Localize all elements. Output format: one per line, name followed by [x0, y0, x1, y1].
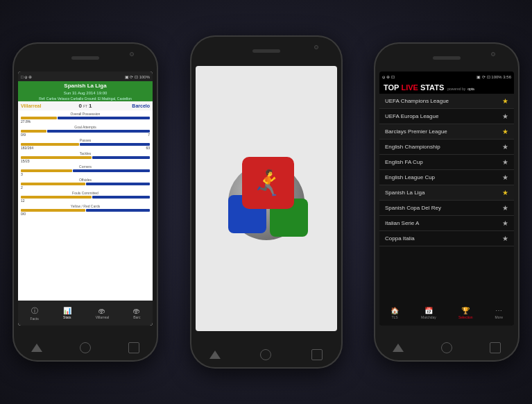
- nav-icon: 🏟: [133, 307, 140, 314]
- right-nav-item-selection[interactable]: 🏆 Selection: [458, 307, 473, 319]
- left-score-row: Villarreal 0 FT 1 Barcelo: [18, 101, 153, 110]
- league-item[interactable]: Spanish La Liga ★: [379, 185, 514, 201]
- tls-header: TOP LIVE STATS powered by opta: [379, 81, 514, 94]
- star-icon[interactable]: ★: [502, 174, 508, 181]
- score-mid: 0 FT 1: [79, 103, 92, 109]
- league-name: UEFA Champions League: [385, 98, 449, 104]
- left-phone-speaker: [71, 56, 99, 60]
- left-match-ref: Ref: Carlos Velasco Carballo Ground: El …: [18, 96, 153, 101]
- back-button[interactable]: [31, 344, 42, 352]
- stat-label: Fouls Committed: [21, 191, 150, 195]
- stat-vals: 0/0: [21, 212, 150, 216]
- logo-player-icon: 🏃: [252, 169, 284, 198]
- star-icon[interactable]: ★: [502, 143, 508, 151]
- stat-val-home: 3: [21, 172, 23, 176]
- stat-vals: 15/23: [21, 159, 150, 163]
- right-phone-screen: ψ ⊕ ⊡ ▣ ⟳ ⊡ 100% 3:56 TOP LIVE STATS pow…: [379, 71, 514, 326]
- star-icon[interactable]: ★: [502, 97, 508, 105]
- right-phone-camera: [491, 52, 495, 56]
- nav-label: More: [495, 315, 503, 319]
- stat-row: Goal Attempts 0/9 7: [21, 125, 150, 137]
- home-button[interactable]: [80, 342, 91, 353]
- nav-icon: 📊: [63, 307, 71, 314]
- right-status-bar: ψ ⊕ ⊡ ▣ ⟳ ⊡ 100% 3:56: [379, 71, 514, 81]
- league-item[interactable]: English FA Cup ★: [379, 155, 514, 170]
- tls-powered: powered by: [447, 87, 465, 91]
- bar-home: [21, 156, 92, 159]
- stat-vals: 3: [21, 172, 150, 176]
- right-back-button[interactable]: [393, 344, 404, 352]
- right-status-right: ▣ ⟳ ⊡ 100% 3:56: [477, 74, 511, 79]
- nav-icon: 🏠: [391, 307, 399, 314]
- star-icon[interactable]: ★: [502, 189, 508, 196]
- nav-icon: 🏆: [461, 307, 470, 314]
- stat-val-home: 15/23: [21, 159, 30, 163]
- left-nav-item-barc[interactable]: 🏟 Barc: [133, 307, 140, 319]
- bar-away: [86, 209, 150, 212]
- center-phone-camera: [314, 45, 318, 49]
- left-nav-item-facts[interactable]: ⓘ Facts: [31, 306, 39, 321]
- center-back-button[interactable]: [209, 351, 221, 359]
- left-nav-item-stats[interactable]: 📊 Stats: [63, 307, 71, 319]
- left-bottom-nav: ⓘ Facts 📊 Stats 🏟 Villarreal 🏟 Barc: [18, 301, 153, 326]
- right-home-button[interactable]: [441, 342, 452, 353]
- center-home-button[interactable]: [260, 349, 271, 360]
- logo-red: 🏃: [242, 157, 294, 209]
- star-icon[interactable]: ★: [502, 158, 508, 166]
- left-nav-item-villarreal[interactable]: 🏟 Villarreal: [96, 307, 109, 319]
- stat-row: Passes 182/264 63: [21, 138, 150, 150]
- right-android-buttons: [374, 342, 520, 353]
- league-item[interactable]: Spanish Copa Del Rey ★: [379, 201, 514, 216]
- star-icon[interactable]: ★: [502, 219, 508, 227]
- bar-away: [92, 196, 150, 199]
- league-name: English League Cup: [385, 174, 435, 180]
- nav-label: Stats: [63, 315, 71, 319]
- stat-row: Offsides 2: [21, 178, 150, 190]
- nav-icon: ⓘ: [31, 306, 38, 316]
- stat-vals: 2: [21, 185, 150, 190]
- league-item[interactable]: Barclays Premier League ★: [379, 124, 514, 140]
- stat-val-home: 0/9: [21, 133, 26, 137]
- right-nav-item-matchday[interactable]: 📅 Matchday: [421, 307, 436, 319]
- stat-row: Fouls Committed 12: [21, 191, 150, 203]
- stat-vals: 12: [21, 199, 150, 203]
- stat-label: Corners: [21, 165, 150, 169]
- stat-val-away: 7: [148, 133, 150, 137]
- league-item[interactable]: Italian Serie A ★: [379, 216, 514, 231]
- bar-away: [73, 169, 150, 172]
- tls-stats: STATS: [420, 83, 444, 92]
- league-name: Spanish La Liga: [385, 190, 424, 196]
- recents-button[interactable]: [128, 342, 139, 353]
- league-item[interactable]: Coppa Italia ★: [379, 231, 514, 246]
- stat-bars: [21, 117, 150, 119]
- star-icon[interactable]: ★: [502, 204, 508, 212]
- star-icon[interactable]: ★: [502, 128, 508, 135]
- center-phone-speaker: [252, 49, 280, 53]
- league-item[interactable]: UEFA Europa League ★: [379, 109, 514, 124]
- bar-away: [58, 117, 150, 119]
- right-recents-button[interactable]: [490, 342, 501, 353]
- right-phone-speaker: [433, 56, 461, 60]
- stat-val-home: 0/0: [21, 212, 26, 216]
- league-item[interactable]: UEFA Champions League ★: [379, 94, 514, 109]
- right-nav-item-more[interactable]: ⋯ More: [495, 307, 503, 319]
- star-icon[interactable]: ★: [502, 235, 508, 242]
- league-name: Barclays Premier League: [385, 128, 447, 135]
- right-nav-item-tls[interactable]: 🏠 TLS: [391, 307, 399, 319]
- left-league-header: Spanish La Liga: [18, 81, 153, 90]
- center-recents-button[interactable]: [311, 349, 323, 360]
- team-away: Barcelo: [92, 103, 151, 108]
- stat-bars: [21, 169, 150, 172]
- league-list: UEFA Champions League ★ UEFA Europa Leag…: [379, 94, 514, 246]
- left-status-icons-right: ▣ ⟳ ⊡ 100%: [125, 74, 150, 79]
- league-item[interactable]: English Championship ★: [379, 140, 514, 155]
- stat-bars: [21, 196, 150, 199]
- stats-area: Overall Possession 27.8% Goal Attempts 0…: [18, 110, 153, 219]
- center-phone-screen: 🏃: [196, 66, 337, 331]
- star-icon[interactable]: ★: [502, 112, 508, 120]
- stat-vals: 27.8%: [21, 119, 150, 124]
- stat-bars: [21, 130, 150, 133]
- tls-live: LIVE: [401, 83, 418, 92]
- league-item[interactable]: English League Cup ★: [379, 170, 514, 185]
- stat-val-home: 2: [21, 185, 23, 190]
